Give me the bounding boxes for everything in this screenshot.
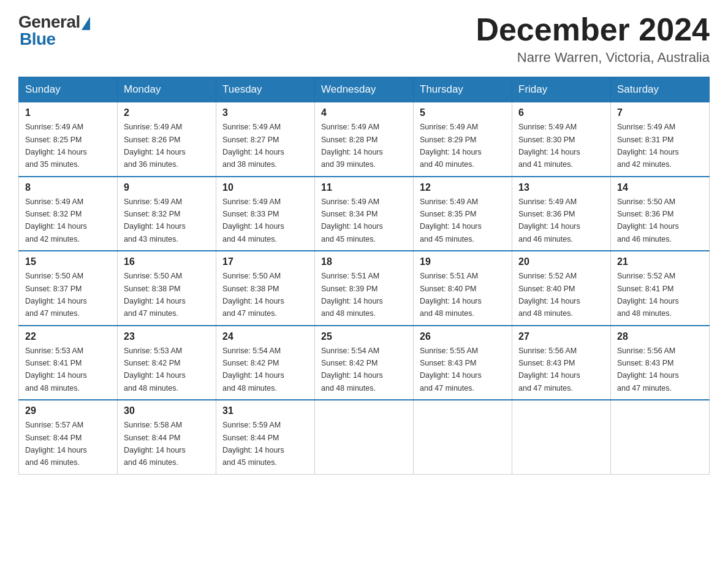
day-info: Sunrise: 5:49 AMSunset: 8:34 PMDaylight:… bbox=[321, 197, 383, 243]
table-row: 24 Sunrise: 5:54 AMSunset: 8:42 PMDaylig… bbox=[216, 326, 315, 400]
day-info: Sunrise: 5:56 AMSunset: 8:43 PMDaylight:… bbox=[518, 347, 580, 393]
table-row bbox=[315, 400, 414, 474]
page-header: General Blue December 2024 Narre Warren,… bbox=[18, 12, 710, 66]
day-info: Sunrise: 5:50 AMSunset: 8:37 PMDaylight:… bbox=[25, 272, 87, 318]
table-row: 14 Sunrise: 5:50 AMSunset: 8:36 PMDaylig… bbox=[611, 177, 710, 251]
day-info: Sunrise: 5:49 AMSunset: 8:29 PMDaylight:… bbox=[420, 123, 482, 169]
day-info: Sunrise: 5:50 AMSunset: 8:38 PMDaylight:… bbox=[124, 272, 186, 318]
col-sunday: Sunday bbox=[19, 77, 118, 102]
day-info: Sunrise: 5:49 AMSunset: 8:32 PMDaylight:… bbox=[124, 197, 186, 243]
table-row bbox=[414, 400, 512, 474]
day-info: Sunrise: 5:49 AMSunset: 8:25 PMDaylight:… bbox=[25, 123, 87, 169]
calendar-week-row: 15 Sunrise: 5:50 AMSunset: 8:37 PMDaylig… bbox=[19, 251, 710, 326]
day-number: 15 bbox=[25, 256, 111, 267]
table-row: 13 Sunrise: 5:49 AMSunset: 8:36 PMDaylig… bbox=[512, 177, 611, 251]
table-row: 5 Sunrise: 5:49 AMSunset: 8:29 PMDayligh… bbox=[414, 102, 512, 177]
day-info: Sunrise: 5:55 AMSunset: 8:43 PMDaylight:… bbox=[420, 347, 482, 393]
table-row: 31 Sunrise: 5:59 AMSunset: 8:44 PMDaylig… bbox=[216, 400, 315, 474]
day-number: 25 bbox=[321, 331, 407, 342]
table-row: 16 Sunrise: 5:50 AMSunset: 8:38 PMDaylig… bbox=[118, 251, 216, 326]
logo-triangle-icon bbox=[82, 17, 90, 30]
day-number: 11 bbox=[321, 182, 407, 193]
day-info: Sunrise: 5:49 AMSunset: 8:33 PMDaylight:… bbox=[222, 197, 284, 243]
logo-text-blue: Blue bbox=[18, 29, 56, 49]
location-title: Narre Warren, Victoria, Australia bbox=[476, 50, 710, 66]
day-number: 29 bbox=[25, 405, 111, 416]
day-info: Sunrise: 5:52 AMSunset: 8:41 PMDaylight:… bbox=[617, 272, 679, 318]
day-number: 23 bbox=[124, 331, 210, 342]
day-number: 19 bbox=[420, 256, 506, 267]
day-info: Sunrise: 5:49 AMSunset: 8:28 PMDaylight:… bbox=[321, 123, 383, 169]
day-info: Sunrise: 5:58 AMSunset: 8:44 PMDaylight:… bbox=[124, 421, 186, 467]
col-tuesday: Tuesday bbox=[216, 77, 315, 102]
table-row: 4 Sunrise: 5:49 AMSunset: 8:28 PMDayligh… bbox=[315, 102, 414, 177]
day-number: 14 bbox=[617, 182, 703, 193]
table-row: 11 Sunrise: 5:49 AMSunset: 8:34 PMDaylig… bbox=[315, 177, 414, 251]
day-info: Sunrise: 5:51 AMSunset: 8:40 PMDaylight:… bbox=[420, 272, 482, 318]
day-number: 9 bbox=[124, 182, 210, 193]
col-thursday: Thursday bbox=[414, 77, 512, 102]
day-info: Sunrise: 5:49 AMSunset: 8:30 PMDaylight:… bbox=[518, 123, 580, 169]
col-monday: Monday bbox=[118, 77, 216, 102]
day-info: Sunrise: 5:52 AMSunset: 8:40 PMDaylight:… bbox=[518, 272, 580, 318]
day-info: Sunrise: 5:54 AMSunset: 8:42 PMDaylight:… bbox=[321, 347, 383, 393]
day-info: Sunrise: 5:53 AMSunset: 8:42 PMDaylight:… bbox=[124, 347, 186, 393]
day-number: 26 bbox=[420, 331, 506, 342]
day-number: 10 bbox=[222, 182, 308, 193]
day-number: 30 bbox=[124, 405, 210, 416]
table-row: 19 Sunrise: 5:51 AMSunset: 8:40 PMDaylig… bbox=[414, 251, 512, 326]
day-info: Sunrise: 5:49 AMSunset: 8:31 PMDaylight:… bbox=[617, 123, 679, 169]
day-info: Sunrise: 5:49 AMSunset: 8:26 PMDaylight:… bbox=[124, 123, 186, 169]
day-info: Sunrise: 5:53 AMSunset: 8:41 PMDaylight:… bbox=[25, 347, 87, 393]
table-row: 8 Sunrise: 5:49 AMSunset: 8:32 PMDayligh… bbox=[19, 177, 118, 251]
table-row: 15 Sunrise: 5:50 AMSunset: 8:37 PMDaylig… bbox=[19, 251, 118, 326]
col-wednesday: Wednesday bbox=[315, 77, 414, 102]
table-row bbox=[611, 400, 710, 474]
table-row: 26 Sunrise: 5:55 AMSunset: 8:43 PMDaylig… bbox=[414, 326, 512, 400]
day-number: 24 bbox=[222, 331, 308, 342]
day-number: 18 bbox=[321, 256, 407, 267]
table-row: 7 Sunrise: 5:49 AMSunset: 8:31 PMDayligh… bbox=[611, 102, 710, 177]
table-row: 2 Sunrise: 5:49 AMSunset: 8:26 PMDayligh… bbox=[118, 102, 216, 177]
day-info: Sunrise: 5:51 AMSunset: 8:39 PMDaylight:… bbox=[321, 272, 383, 318]
table-row: 12 Sunrise: 5:49 AMSunset: 8:35 PMDaylig… bbox=[414, 177, 512, 251]
day-number: 27 bbox=[518, 331, 604, 342]
day-number: 2 bbox=[124, 107, 210, 118]
day-number: 8 bbox=[25, 182, 111, 193]
table-row: 18 Sunrise: 5:51 AMSunset: 8:39 PMDaylig… bbox=[315, 251, 414, 326]
day-number: 31 bbox=[222, 405, 308, 416]
day-number: 16 bbox=[124, 256, 210, 267]
header-row: Sunday Monday Tuesday Wednesday Thursday… bbox=[19, 77, 710, 102]
logo: General Blue bbox=[18, 12, 90, 49]
day-info: Sunrise: 5:57 AMSunset: 8:44 PMDaylight:… bbox=[25, 421, 87, 467]
table-row: 21 Sunrise: 5:52 AMSunset: 8:41 PMDaylig… bbox=[611, 251, 710, 326]
col-friday: Friday bbox=[512, 77, 611, 102]
table-row: 28 Sunrise: 5:56 AMSunset: 8:43 PMDaylig… bbox=[611, 326, 710, 400]
table-row bbox=[512, 400, 611, 474]
table-row: 1 Sunrise: 5:49 AMSunset: 8:25 PMDayligh… bbox=[19, 102, 118, 177]
day-info: Sunrise: 5:49 AMSunset: 8:32 PMDaylight:… bbox=[25, 197, 87, 243]
day-info: Sunrise: 5:50 AMSunset: 8:36 PMDaylight:… bbox=[617, 197, 679, 243]
month-title: December 2024 bbox=[476, 12, 710, 47]
col-saturday: Saturday bbox=[611, 77, 710, 102]
day-number: 6 bbox=[518, 107, 604, 118]
table-row: 25 Sunrise: 5:54 AMSunset: 8:42 PMDaylig… bbox=[315, 326, 414, 400]
calendar-table: Sunday Monday Tuesday Wednesday Thursday… bbox=[18, 77, 710, 475]
day-number: 4 bbox=[321, 107, 407, 118]
day-info: Sunrise: 5:49 AMSunset: 8:35 PMDaylight:… bbox=[420, 197, 482, 243]
table-row: 3 Sunrise: 5:49 AMSunset: 8:27 PMDayligh… bbox=[216, 102, 315, 177]
day-number: 20 bbox=[518, 256, 604, 267]
table-row: 17 Sunrise: 5:50 AMSunset: 8:38 PMDaylig… bbox=[216, 251, 315, 326]
day-info: Sunrise: 5:50 AMSunset: 8:38 PMDaylight:… bbox=[222, 272, 284, 318]
day-number: 13 bbox=[518, 182, 604, 193]
day-info: Sunrise: 5:59 AMSunset: 8:44 PMDaylight:… bbox=[222, 421, 284, 467]
day-number: 21 bbox=[617, 256, 703, 267]
table-row: 27 Sunrise: 5:56 AMSunset: 8:43 PMDaylig… bbox=[512, 326, 611, 400]
day-number: 5 bbox=[420, 107, 506, 118]
day-number: 22 bbox=[25, 331, 111, 342]
table-row: 20 Sunrise: 5:52 AMSunset: 8:40 PMDaylig… bbox=[512, 251, 611, 326]
table-row: 10 Sunrise: 5:49 AMSunset: 8:33 PMDaylig… bbox=[216, 177, 315, 251]
calendar-week-row: 8 Sunrise: 5:49 AMSunset: 8:32 PMDayligh… bbox=[19, 177, 710, 251]
table-row: 9 Sunrise: 5:49 AMSunset: 8:32 PMDayligh… bbox=[118, 177, 216, 251]
table-row: 29 Sunrise: 5:57 AMSunset: 8:44 PMDaylig… bbox=[19, 400, 118, 474]
